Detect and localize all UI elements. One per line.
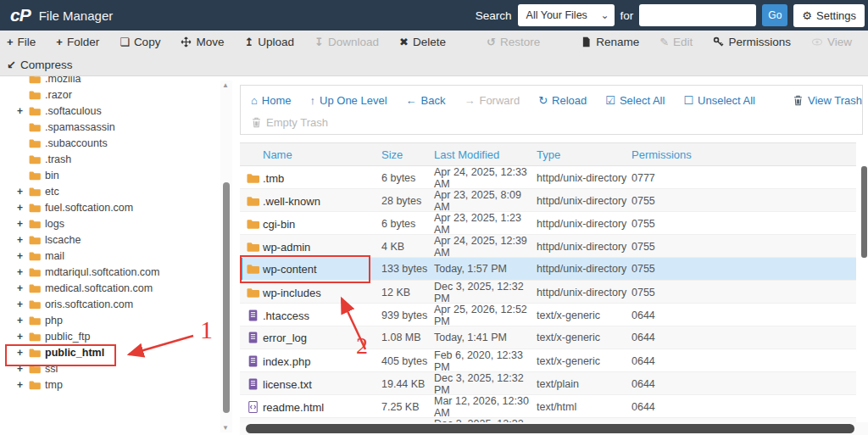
tree-item-php[interactable]: +php: [0, 312, 219, 328]
scroll-down-icon[interactable]: ▼: [222, 424, 229, 432]
scroll-up-icon[interactable]: ▲: [222, 81, 229, 89]
tree-item-clipped[interactable]: .mozilla: [0, 76, 219, 86]
tree-item-logs[interactable]: +logs: [0, 215, 219, 231]
select-all-link[interactable]: ☑Select All: [605, 94, 665, 107]
table-row[interactable]: wp-admin 4 KB Apr 24, 2025, 12:39 AM htt…: [240, 235, 856, 258]
tree-item-mdtariqul[interactable]: +mdtariqul.softcation.com: [0, 264, 219, 280]
tree-item-etc[interactable]: +etc: [0, 183, 219, 199]
folder-icon: [29, 219, 41, 229]
tree-scrollbar[interactable]: ▲ ▼: [220, 81, 232, 432]
table-row[interactable]: license.txt 19.44 KB Dec 3, 2025, 12:32 …: [240, 372, 856, 395]
tree-item-bin[interactable]: bin: [0, 167, 219, 183]
restore-button[interactable]: ↺Restore: [487, 36, 540, 48]
key-icon: [713, 36, 724, 47]
tree-item-lscache[interactable]: +lscache: [0, 231, 219, 248]
view-trash-link[interactable]: View Trash: [793, 94, 862, 107]
download-button[interactable]: ↧Download: [314, 36, 379, 48]
toolbar-row-2: ↙Compress: [0, 53, 868, 76]
tree-item-trash[interactable]: .trash: [0, 151, 219, 167]
expand-plus-icon[interactable]: +: [17, 250, 29, 262]
column-header-size[interactable]: Size: [381, 148, 434, 161]
go-button[interactable]: Go: [762, 4, 787, 26]
tree-item-ssl[interactable]: +ssl: [0, 360, 219, 376]
table-row[interactable]: error_log 1.08 MB Today, 1:41 PM text/x-…: [240, 326, 856, 349]
folder-icon: [29, 106, 41, 116]
column-header-permissions[interactable]: Permissions: [632, 148, 856, 161]
table-horizontal-scrollbar[interactable]: [246, 424, 854, 433]
tree-item-public-ftp[interactable]: +public_ftp: [0, 328, 219, 344]
empty-trash-link[interactable]: Empty Trash: [251, 116, 328, 129]
table-row[interactable]: .tmb 6 bytes Apr 24, 2025, 12:33 AM http…: [240, 166, 856, 189]
tree-item-spamassassin[interactable]: .spamassassin: [0, 119, 219, 135]
tree-item-fuel[interactable]: +fuel.softcation.com: [0, 199, 219, 215]
file-list-table: Name Size Last Modified Type Permissions…: [240, 142, 856, 435]
settings-button[interactable]: ⚙ Settings: [793, 4, 865, 27]
reload-link[interactable]: ↻Reload: [538, 94, 587, 107]
tree-item-softaculous[interactable]: +.softaculous: [0, 103, 219, 119]
folder-icon: [247, 195, 259, 207]
folder-icon: [29, 235, 41, 245]
expand-plus-icon[interactable]: +: [17, 298, 29, 310]
forward-link[interactable]: →Forward: [464, 94, 520, 107]
up-one-level-link[interactable]: ↑Up One Level: [310, 94, 387, 107]
folder-icon: [29, 154, 41, 165]
search-scope-select[interactable]: All Your Files ⌄: [518, 4, 615, 26]
tree-item-razor[interactable]: .razor: [0, 86, 219, 103]
table-row[interactable]: wp-includes 12 KB Dec 3, 2025, 12:32 PM …: [240, 281, 856, 304]
folder-icon: [29, 138, 41, 148]
column-header-type[interactable]: Type: [537, 148, 632, 161]
folder-icon: [29, 380, 41, 390]
table-vertical-scrollbar[interactable]: [861, 166, 867, 258]
column-header-last-modified[interactable]: Last Modified: [434, 148, 537, 161]
file-button[interactable]: +File: [7, 36, 36, 48]
rename-page-icon: [581, 36, 592, 47]
expand-plus-icon[interactable]: +: [17, 347, 29, 359]
expand-plus-icon[interactable]: +: [17, 218, 29, 230]
expand-plus-icon[interactable]: +: [17, 105, 29, 117]
tree-item-mail[interactable]: +mail: [0, 248, 219, 264]
table-row[interactable]: .htaccess 939 bytes Apr 25, 2026, 12:52 …: [240, 304, 856, 326]
table-row[interactable]: cgi-bin 6 bytes Apr 23, 2025, 1:23 AM ht…: [240, 212, 856, 235]
table-row[interactable]: readme.html 7.25 KB Mar 12, 2026, 12:30 …: [240, 395, 856, 418]
view-button[interactable]: View: [811, 36, 852, 48]
expand-plus-icon[interactable]: +: [17, 331, 29, 343]
compress-button[interactable]: ↙Compress: [7, 59, 72, 71]
back-arrow-icon: ←: [406, 94, 417, 107]
expand-plus-icon[interactable]: +: [17, 202, 29, 214]
copy-button[interactable]: ❏Copy: [120, 36, 160, 48]
expand-plus-icon[interactable]: +: [17, 186, 29, 198]
rename-button[interactable]: Rename: [581, 36, 639, 48]
delete-button[interactable]: ✖Delete: [399, 36, 446, 48]
move-button[interactable]: Move: [181, 36, 224, 48]
edit-button[interactable]: ✎Edit: [659, 36, 693, 48]
tree-item-tmp[interactable]: +tmp: [0, 376, 219, 393]
tree-item-medical[interactable]: +medical.softcation.com: [0, 280, 219, 296]
search-input[interactable]: [639, 4, 756, 26]
copy-icon: ❏: [120, 36, 130, 48]
expand-plus-icon[interactable]: +: [17, 363, 29, 375]
reload-icon: ↻: [538, 94, 548, 107]
folder-icon: [29, 187, 41, 197]
page-title: File Manager: [39, 8, 114, 23]
table-row[interactable]: .well-known 28 bytes Apr 23, 2025, 8:09 …: [240, 189, 856, 212]
back-link[interactable]: ←Back: [406, 94, 446, 107]
home-link[interactable]: ⌂Home: [251, 94, 292, 107]
column-header-name[interactable]: Name: [263, 148, 381, 161]
expand-plus-icon[interactable]: +: [17, 282, 29, 294]
permissions-button[interactable]: Permissions: [713, 36, 791, 48]
tree-item-subaccounts[interactable]: .subaccounts: [0, 135, 219, 151]
upload-button[interactable]: ↥Upload: [244, 36, 294, 48]
expand-plus-icon[interactable]: +: [17, 379, 29, 391]
tree-item-oris[interactable]: +oris.softcation.com: [0, 296, 219, 312]
unselect-all-link[interactable]: ☐Unselect All: [683, 94, 755, 107]
table-row[interactable]: index.php 405 bytes Feb 6, 2020, 12:33 P…: [240, 349, 856, 372]
expand-plus-icon[interactable]: +: [17, 266, 29, 278]
tree-item-public-html[interactable]: +public_html: [0, 344, 219, 360]
expand-plus-icon[interactable]: +: [17, 234, 29, 246]
expand-plus-icon[interactable]: +: [17, 315, 29, 326]
folder-button[interactable]: +Folder: [56, 36, 99, 48]
table-row-selected[interactable]: wp-content 133 bytes Today, 1:57 PM http…: [240, 258, 856, 281]
tree-scrollbar-thumb[interactable]: [223, 182, 230, 413]
folder-icon: [29, 267, 41, 277]
folder-icon: [247, 172, 259, 184]
